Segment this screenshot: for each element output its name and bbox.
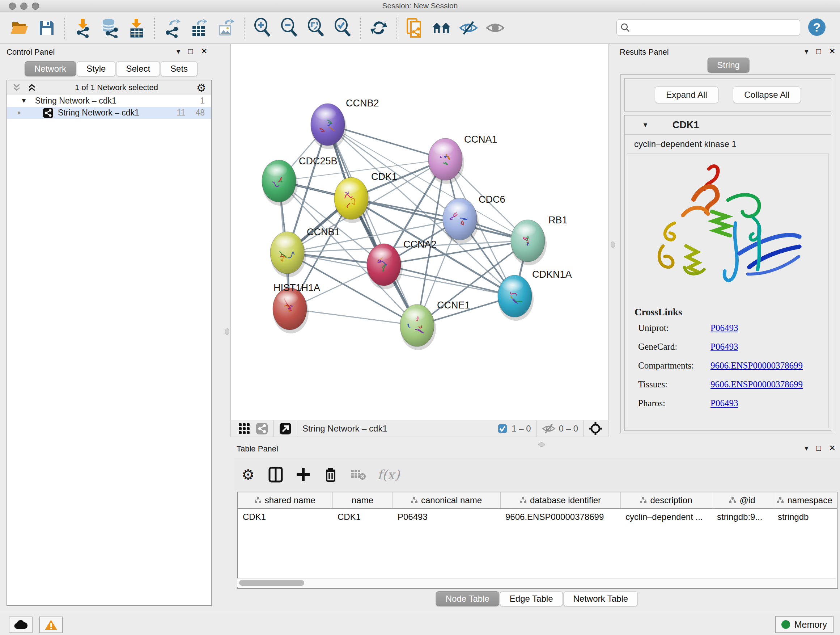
collapse-all-button[interactable]: Collapse All	[733, 87, 801, 103]
node-details-header[interactable]: ▼ CDK1	[625, 116, 831, 135]
tab-edge-table[interactable]: Edge Table	[500, 591, 563, 606]
table-row[interactable]: CDK1 CDK1 P06493 9606.ENSP00000378699 cy…	[238, 509, 837, 525]
collection-expander-icon[interactable]: ▼	[21, 97, 27, 105]
network-node-CCNB2[interactable]: CCNB2	[311, 98, 379, 149]
zoom-fit-button[interactable]	[306, 18, 325, 38]
tab-select[interactable]: Select	[116, 61, 160, 76]
network-row[interactable]: ● String Network – cdk1 11 48	[7, 107, 211, 119]
panel-collapse-icon[interactable]: ▾	[805, 444, 808, 453]
results-tab-string[interactable]: String	[707, 57, 750, 73]
table-tabs: Node TableEdge TableNetwork Table	[436, 591, 638, 606]
help-button[interactable]: ?	[808, 19, 826, 36]
network-node-HIST1H1A[interactable]: HIST1H1A	[273, 282, 320, 333]
panel-float-icon[interactable]: □	[816, 443, 821, 453]
column-type-icon	[640, 497, 646, 503]
show-all-button[interactable]	[485, 18, 505, 38]
import-network-from-database-button[interactable]	[100, 18, 119, 38]
network-edge-HIST1H1A-CCNE1[interactable]	[290, 309, 417, 325]
import-network-file-button[interactable]	[73, 18, 93, 38]
network-node-CDC6[interactable]: CDC6	[443, 194, 505, 244]
export-table-button[interactable]	[189, 18, 209, 38]
toolbar-separator	[244, 17, 245, 39]
node-label-CCNE1: CCNE1	[437, 300, 470, 310]
function-builder-icon[interactable]: f(x)	[377, 466, 400, 483]
zoom-in-button[interactable]	[253, 18, 272, 38]
panel-float-icon[interactable]: □	[188, 47, 193, 56]
table-options-gear-icon[interactable]: ⚙	[240, 466, 256, 483]
crosslink-link[interactable]: P06493	[711, 342, 738, 352]
crosslink-row: Tissues: 9606.ENSP00000378699	[638, 379, 821, 390]
crosslink-link[interactable]: P06493	[711, 323, 738, 333]
collapse-all-chevron-icon[interactable]	[27, 83, 36, 92]
network-graph[interactable]: CCNB2CCNA1CDC25BCDK1CDC6RB1CCNB1CCNA2CDK…	[231, 44, 608, 420]
save-session-button[interactable]	[37, 18, 57, 38]
col-shared-name[interactable]: shared name	[238, 492, 332, 509]
expand-all-button[interactable]: Expand All	[655, 87, 718, 103]
open-session-button[interactable]	[10, 18, 30, 38]
tab-style[interactable]: Style	[77, 61, 115, 76]
tab-network[interactable]: Network	[25, 61, 76, 76]
search-icon	[621, 23, 630, 32]
tab-network-table[interactable]: Network Table	[564, 591, 638, 606]
network-edge-CCNB2-CCNE1[interactable]	[328, 125, 417, 325]
network-node-CCNE1[interactable]: CCNE1	[400, 300, 470, 350]
cloud-status-button[interactable]	[9, 616, 33, 633]
panel-close-icon[interactable]: ✕	[201, 47, 207, 56]
selected-checkbox-icon[interactable]	[498, 424, 507, 433]
horizontal-scrollbar[interactable]	[237, 578, 836, 587]
show-columns-icon[interactable]	[267, 466, 284, 483]
col-canonical-name[interactable]: canonical name	[393, 492, 500, 509]
network-node-RB1[interactable]: RB1	[511, 215, 568, 265]
entry-expander-icon[interactable]: ▼	[642, 121, 649, 129]
col-namespace[interactable]: namespace	[773, 492, 837, 509]
col-id[interactable]: @id	[712, 492, 773, 509]
memory-button[interactable]: Memory	[775, 616, 834, 633]
crosslink-link[interactable]: P06493	[711, 398, 738, 409]
crosslink-link[interactable]: 9606.ENSP00000378699	[711, 361, 803, 371]
export-image-button[interactable]	[216, 18, 236, 38]
panel-collapse-icon[interactable]: ▾	[177, 47, 180, 56]
copy-network-button[interactable]	[405, 18, 425, 38]
panel-close-icon[interactable]: ✕	[829, 443, 836, 453]
grid-view-icon[interactable]	[238, 423, 250, 435]
eye-icon	[485, 20, 505, 36]
delete-column-icon[interactable]	[322, 466, 339, 483]
column-type-icon	[255, 497, 261, 503]
right-splitter-grip[interactable]	[611, 241, 615, 248]
add-column-icon[interactable]	[295, 466, 311, 483]
network-node-CDKN1A[interactable]: CDKN1A	[498, 269, 572, 321]
network-node-CDK1[interactable]: CDK1	[334, 171, 397, 223]
zoom-out-button[interactable]	[279, 18, 299, 38]
search-input[interactable]	[633, 22, 796, 33]
column-type-icon	[729, 497, 736, 503]
panel-close-icon[interactable]: ✕	[829, 47, 836, 56]
panel-collapse-icon[interactable]: ▾	[805, 47, 808, 56]
warning-status-button[interactable]	[39, 616, 63, 633]
crosslink-row: GeneCard: P06493	[638, 342, 821, 352]
network-options-gear-icon[interactable]: ⚙	[196, 81, 206, 94]
home-view-button[interactable]	[432, 18, 452, 38]
tab-node-table[interactable]: Node Table	[436, 591, 499, 606]
detach-view-icon[interactable]	[279, 422, 292, 435]
crosslink-link[interactable]: 9606.ENSP00000378699	[711, 379, 803, 390]
tab-sets[interactable]: Sets	[161, 61, 197, 76]
import-table-file-button[interactable]	[126, 18, 146, 38]
apply-layout-button[interactable]	[369, 18, 388, 38]
birds-eye-icon[interactable]	[589, 422, 602, 435]
delete-table-icon[interactable]	[350, 466, 366, 483]
col-database-identifier[interactable]: database identifier	[500, 492, 621, 509]
scrollbar-thumb[interactable]	[239, 580, 304, 586]
network-node-CCNB1[interactable]: CCNB1	[270, 226, 340, 277]
left-splitter-grip[interactable]	[225, 328, 229, 335]
hide-selected-button[interactable]	[459, 18, 478, 38]
zoom-selected-button[interactable]	[333, 18, 352, 38]
col-description[interactable]: description	[621, 492, 712, 509]
col-name[interactable]: name	[332, 492, 393, 509]
expand-all-chevrons-icon[interactable]	[12, 83, 21, 92]
network-thumbnail-icon[interactable]	[256, 422, 268, 435]
import-database-icon	[100, 18, 119, 38]
export-network-button[interactable]	[163, 18, 182, 38]
network-collection-row[interactable]: ▼ String Network – cdk1 1	[7, 95, 211, 107]
network-canvas[interactable]: CCNB2CCNA1CDC25BCDK1CDC6RB1CCNB1CCNA2CDK…	[231, 44, 608, 420]
panel-float-icon[interactable]: □	[816, 47, 821, 56]
